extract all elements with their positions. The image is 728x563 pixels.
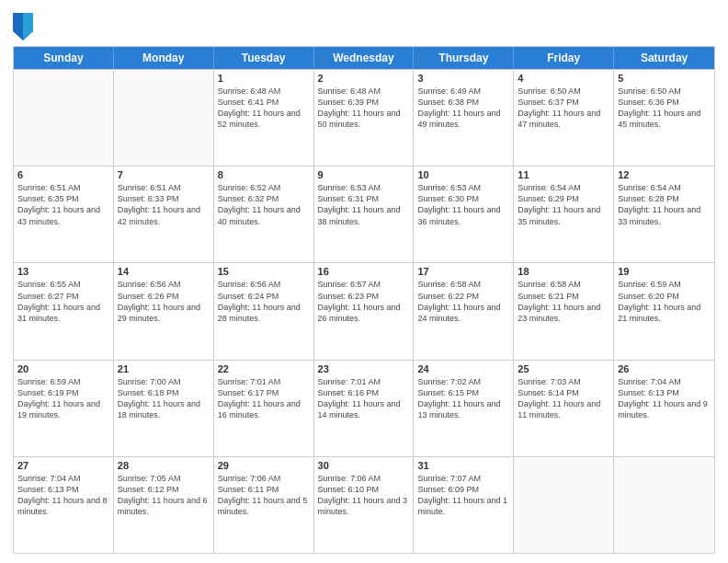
calendar-day-empty [614, 457, 714, 553]
cell-info-text: Sunrise: 7:01 AM Sunset: 6:16 PM Dayligh… [318, 376, 410, 421]
calendar-day-31: 31Sunrise: 7:07 AM Sunset: 6:09 PM Dayli… [414, 457, 514, 553]
calendar-day-30: 30Sunrise: 7:06 AM Sunset: 6:10 PM Dayli… [314, 457, 415, 553]
cell-info-text: Sunrise: 7:03 AM Sunset: 6:14 PM Dayligh… [518, 376, 609, 421]
calendar-day-12: 12Sunrise: 6:54 AM Sunset: 6:28 PM Dayli… [614, 167, 714, 262]
cell-info-text: Sunrise: 7:02 AM Sunset: 6:15 PM Dayligh… [417, 376, 509, 421]
svg-marker-1 [23, 13, 33, 40]
calendar-day-25: 25Sunrise: 7:03 AM Sunset: 6:14 PM Dayli… [514, 361, 614, 456]
cell-info-text: Sunrise: 6:49 AM Sunset: 6:38 PM Dayligh… [417, 86, 509, 131]
calendar-day-3: 3Sunrise: 6:49 AM Sunset: 6:38 PM Daylig… [414, 70, 514, 166]
cell-date-number: 22 [218, 363, 310, 374]
calendar-day-5: 5Sunrise: 6:50 AM Sunset: 6:36 PM Daylig… [614, 70, 714, 166]
cell-info-text: Sunrise: 6:48 AM Sunset: 6:41 PM Dayligh… [218, 86, 310, 131]
cell-info-text: Sunrise: 6:54 AM Sunset: 6:29 PM Dayligh… [518, 182, 609, 227]
cell-date-number: 10 [417, 169, 509, 180]
weekday-header-wednesday: Wednesday [314, 47, 415, 69]
calendar-day-1: 1Sunrise: 6:48 AM Sunset: 6:41 PM Daylig… [214, 70, 314, 166]
cell-date-number: 4 [518, 73, 609, 84]
cell-info-text: Sunrise: 7:04 AM Sunset: 6:13 PM Dayligh… [618, 376, 711, 421]
cell-info-text: Sunrise: 6:56 AM Sunset: 6:26 PM Dayligh… [118, 279, 210, 324]
calendar-day-9: 9Sunrise: 6:53 AM Sunset: 6:31 PM Daylig… [314, 167, 415, 262]
calendar-day-21: 21Sunrise: 7:00 AM Sunset: 6:18 PM Dayli… [114, 361, 214, 456]
calendar-day-17: 17Sunrise: 6:58 AM Sunset: 6:22 PM Dayli… [414, 263, 514, 359]
weekday-header-thursday: Thursday [414, 47, 514, 69]
weekday-header-sunday: Sunday [14, 47, 114, 69]
weekday-header-saturday: Saturday [614, 47, 714, 69]
cell-info-text: Sunrise: 7:00 AM Sunset: 6:18 PM Dayligh… [118, 376, 210, 421]
logo-icon [13, 13, 33, 40]
calendar-header-row: SundayMondayTuesdayWednesdayThursdayFrid… [14, 47, 714, 69]
header [13, 9, 715, 40]
weekday-header-tuesday: Tuesday [214, 47, 314, 69]
cell-date-number: 20 [17, 363, 109, 374]
cell-info-text: Sunrise: 6:57 AM Sunset: 6:23 PM Dayligh… [318, 279, 410, 324]
cell-info-text: Sunrise: 7:06 AM Sunset: 6:10 PM Dayligh… [318, 473, 410, 518]
cell-date-number: 21 [118, 363, 210, 374]
cell-date-number: 27 [17, 460, 109, 471]
cell-date-number: 14 [118, 266, 210, 277]
cell-date-number: 9 [318, 169, 410, 180]
calendar-day-13: 13Sunrise: 6:55 AM Sunset: 6:27 PM Dayli… [14, 263, 114, 359]
cell-date-number: 25 [518, 363, 609, 374]
cell-info-text: Sunrise: 6:58 AM Sunset: 6:21 PM Dayligh… [518, 279, 609, 324]
calendar-day-empty [14, 70, 114, 166]
cell-date-number: 24 [417, 363, 509, 374]
calendar-day-29: 29Sunrise: 7:06 AM Sunset: 6:11 PM Dayli… [214, 457, 314, 553]
cell-info-text: Sunrise: 7:05 AM Sunset: 6:12 PM Dayligh… [118, 473, 210, 518]
cell-info-text: Sunrise: 6:50 AM Sunset: 6:36 PM Dayligh… [618, 86, 711, 131]
cell-info-text: Sunrise: 7:01 AM Sunset: 6:17 PM Dayligh… [218, 376, 310, 421]
cell-info-text: Sunrise: 6:58 AM Sunset: 6:22 PM Dayligh… [417, 279, 509, 324]
calendar-day-4: 4Sunrise: 6:50 AM Sunset: 6:37 PM Daylig… [514, 70, 614, 166]
cell-date-number: 28 [118, 460, 210, 471]
calendar-day-10: 10Sunrise: 6:53 AM Sunset: 6:30 PM Dayli… [414, 167, 514, 262]
calendar-week-5: 27Sunrise: 7:04 AM Sunset: 6:13 PM Dayli… [14, 456, 714, 553]
calendar-week-3: 13Sunrise: 6:55 AM Sunset: 6:27 PM Dayli… [14, 262, 714, 359]
weekday-header-monday: Monday [114, 47, 214, 69]
calendar-day-23: 23Sunrise: 7:01 AM Sunset: 6:16 PM Dayli… [314, 361, 415, 456]
cell-date-number: 19 [618, 266, 711, 277]
cell-date-number: 6 [17, 169, 109, 180]
cell-date-number: 31 [417, 460, 509, 471]
cell-date-number: 1 [218, 73, 310, 84]
cell-info-text: Sunrise: 6:59 AM Sunset: 6:20 PM Dayligh… [618, 279, 711, 324]
calendar-day-11: 11Sunrise: 6:54 AM Sunset: 6:29 PM Dayli… [514, 167, 614, 262]
cell-date-number: 12 [618, 169, 711, 180]
cell-info-text: Sunrise: 6:59 AM Sunset: 6:19 PM Dayligh… [17, 376, 109, 421]
logo [13, 13, 37, 40]
calendar-day-28: 28Sunrise: 7:05 AM Sunset: 6:12 PM Dayli… [114, 457, 214, 553]
cell-info-text: Sunrise: 7:07 AM Sunset: 6:09 PM Dayligh… [417, 473, 509, 518]
calendar-day-6: 6Sunrise: 6:51 AM Sunset: 6:35 PM Daylig… [14, 167, 114, 262]
cell-info-text: Sunrise: 7:04 AM Sunset: 6:13 PM Dayligh… [17, 473, 109, 518]
calendar-day-26: 26Sunrise: 7:04 AM Sunset: 6:13 PM Dayli… [614, 361, 714, 456]
cell-date-number: 3 [417, 73, 509, 84]
cell-info-text: Sunrise: 6:52 AM Sunset: 6:32 PM Dayligh… [218, 182, 310, 227]
cell-info-text: Sunrise: 6:56 AM Sunset: 6:24 PM Dayligh… [218, 279, 310, 324]
calendar-day-2: 2Sunrise: 6:48 AM Sunset: 6:39 PM Daylig… [314, 70, 415, 166]
calendar-day-14: 14Sunrise: 6:56 AM Sunset: 6:26 PM Dayli… [114, 263, 214, 359]
cell-info-text: Sunrise: 6:53 AM Sunset: 6:31 PM Dayligh… [318, 182, 410, 227]
cell-info-text: Sunrise: 6:50 AM Sunset: 6:37 PM Dayligh… [518, 86, 609, 131]
cell-date-number: 16 [318, 266, 410, 277]
cell-info-text: Sunrise: 6:55 AM Sunset: 6:27 PM Dayligh… [17, 279, 109, 324]
calendar-day-empty [514, 457, 614, 553]
cell-info-text: Sunrise: 6:51 AM Sunset: 6:33 PM Dayligh… [118, 182, 210, 227]
cell-date-number: 8 [218, 169, 310, 180]
cell-info-text: Sunrise: 6:48 AM Sunset: 6:39 PM Dayligh… [318, 86, 410, 131]
cell-date-number: 7 [118, 169, 210, 180]
cell-date-number: 11 [518, 169, 609, 180]
cell-date-number: 17 [417, 266, 509, 277]
calendar: SundayMondayTuesdayWednesdayThursdayFrid… [13, 46, 715, 554]
calendar-day-empty [114, 70, 214, 166]
calendar-day-7: 7Sunrise: 6:51 AM Sunset: 6:33 PM Daylig… [114, 167, 214, 262]
cell-date-number: 5 [618, 73, 711, 84]
calendar-day-20: 20Sunrise: 6:59 AM Sunset: 6:19 PM Dayli… [14, 361, 114, 456]
calendar-body: 1Sunrise: 6:48 AM Sunset: 6:41 PM Daylig… [14, 69, 714, 553]
cell-date-number: 23 [318, 363, 410, 374]
calendar-day-19: 19Sunrise: 6:59 AM Sunset: 6:20 PM Dayli… [614, 263, 714, 359]
weekday-header-friday: Friday [514, 47, 614, 69]
cell-info-text: Sunrise: 7:06 AM Sunset: 6:11 PM Dayligh… [218, 473, 310, 518]
cell-info-text: Sunrise: 6:54 AM Sunset: 6:28 PM Dayligh… [618, 182, 711, 227]
calendar-week-4: 20Sunrise: 6:59 AM Sunset: 6:19 PM Dayli… [14, 360, 714, 456]
cell-date-number: 13 [17, 266, 109, 277]
calendar-week-2: 6Sunrise: 6:51 AM Sunset: 6:35 PM Daylig… [14, 166, 714, 262]
